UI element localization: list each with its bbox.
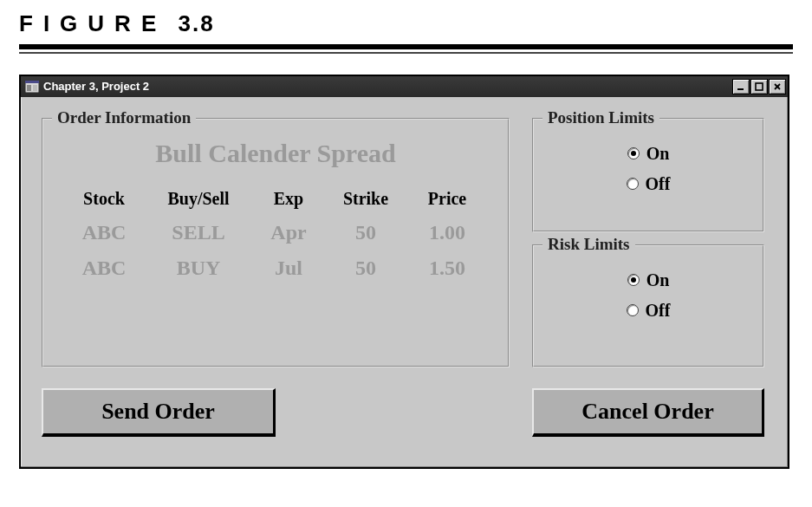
col-exp: Exp bbox=[254, 189, 323, 209]
radio-label: On bbox=[646, 270, 670, 290]
order-table: Stock Buy/Sell Exp Strike Price ABC SELL… bbox=[43, 189, 508, 280]
button-label: Send Order bbox=[101, 399, 215, 425]
col-strike: Strike bbox=[327, 189, 405, 209]
button-label: Cancel Order bbox=[581, 399, 713, 425]
window-controls bbox=[732, 79, 786, 94]
svg-rect-2 bbox=[27, 85, 31, 91]
table-cell: 1.50 bbox=[408, 257, 486, 280]
app-window: Chapter 3, Project 2 Order Information B… bbox=[19, 75, 789, 469]
position-limits-legend: Position Limits bbox=[542, 108, 659, 127]
risk-limits-on-radio[interactable]: On bbox=[627, 270, 670, 290]
table-cell: Apr bbox=[254, 221, 323, 244]
position-limits-group: Position Limits On Off bbox=[532, 118, 764, 232]
table-cell: ABC bbox=[65, 221, 143, 244]
spread-title: Bull Calender Spread bbox=[43, 139, 508, 168]
table-cell: Jul bbox=[254, 257, 323, 280]
col-buy-sell: Buy/Sell bbox=[146, 189, 250, 209]
divider-thick bbox=[19, 44, 793, 49]
radio-icon bbox=[627, 178, 639, 190]
figure-caption: FIGURE 3.8 bbox=[0, 0, 812, 37]
window-title: Chapter 3, Project 2 bbox=[43, 80, 732, 93]
radio-label: Off bbox=[646, 174, 671, 194]
maximize-button[interactable] bbox=[750, 79, 768, 94]
send-order-button[interactable]: Send Order bbox=[42, 388, 276, 437]
table-cell: BUY bbox=[146, 257, 250, 280]
svg-rect-5 bbox=[756, 83, 763, 90]
position-limits-on-radio[interactable]: On bbox=[627, 144, 670, 164]
order-information-group: Order Information Bull Calender Spread S… bbox=[42, 118, 510, 367]
close-button[interactable] bbox=[769, 79, 786, 94]
col-stock: Stock bbox=[65, 189, 143, 209]
radio-icon bbox=[627, 304, 639, 316]
minimize-button[interactable] bbox=[732, 79, 750, 94]
table-cell: ABC bbox=[65, 257, 143, 280]
table-cell: SELL bbox=[146, 221, 250, 244]
svg-rect-3 bbox=[33, 85, 37, 91]
table-cell: 50 bbox=[327, 221, 405, 244]
titlebar: Chapter 3, Project 2 bbox=[21, 76, 788, 97]
svg-rect-4 bbox=[737, 88, 744, 90]
risk-limits-legend: Risk Limits bbox=[542, 235, 635, 254]
risk-limits-off-radio[interactable]: Off bbox=[627, 301, 671, 321]
table-cell: 1.00 bbox=[408, 221, 486, 244]
radio-label: Off bbox=[646, 301, 671, 321]
radio-icon bbox=[627, 274, 640, 286]
radio-icon bbox=[627, 147, 640, 159]
window-client-area: Order Information Bull Calender Spread S… bbox=[21, 97, 788, 467]
radio-label: On bbox=[646, 144, 670, 164]
divider-thin bbox=[19, 52, 793, 54]
position-limits-off-radio[interactable]: Off bbox=[627, 174, 671, 194]
cancel-order-button[interactable]: Cancel Order bbox=[532, 388, 764, 437]
window-app-icon bbox=[24, 80, 40, 94]
order-information-legend: Order Information bbox=[52, 108, 196, 127]
svg-rect-1 bbox=[25, 81, 39, 83]
table-cell: 50 bbox=[327, 257, 405, 280]
risk-limits-group: Risk Limits On Off bbox=[532, 244, 764, 367]
col-price: Price bbox=[408, 189, 486, 209]
